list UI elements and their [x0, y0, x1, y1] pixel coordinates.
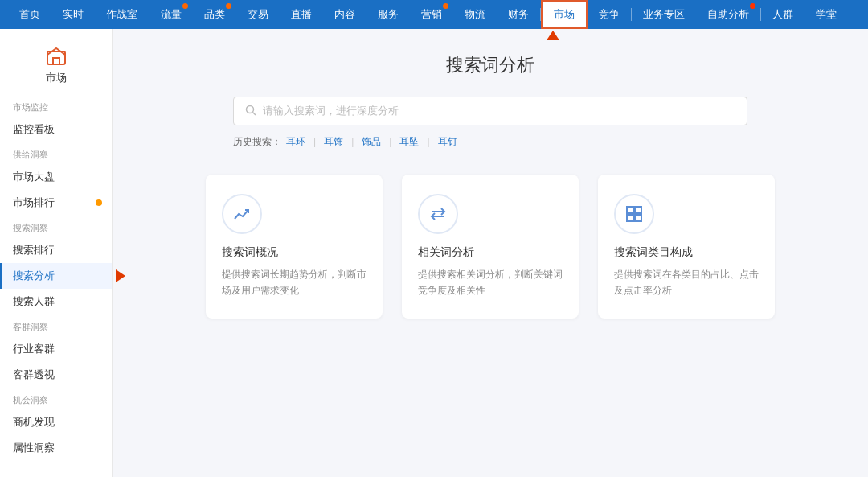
nav-item-academy[interactable]: 学堂 [805, 0, 848, 29]
search-box[interactable]: 请输入搜索词，进行深度分析 [233, 97, 747, 125]
sidebar-section-label: 机会洞察 [0, 388, 112, 409]
nav-item-label: 实时 [63, 7, 84, 22]
nav-item-market[interactable]: 市场 [541, 0, 588, 29]
sidebar-item-市场排行[interactable]: 市场排行 [0, 190, 112, 216]
main-layout: 市场 市场监控监控看板供给洞察市场大盘市场排行搜索洞察搜索排行搜索分析搜索人群客… [0, 29, 868, 477]
sidebar-section-label: 供给洞察 [0, 142, 112, 164]
feature-card-desc: 提供搜索相关词分析，判断关键词竞争度及相关性 [418, 266, 563, 299]
history-tag[interactable]: 耳钉 [438, 136, 457, 147]
nav-item-business[interactable]: 业务专区 [632, 0, 696, 29]
feature-card-desc: 提供搜索词长期趋势分析，判断市场及用户需求变化 [222, 266, 366, 299]
nav-item-analysis[interactable]: 自助分析 [696, 0, 760, 29]
feature-card-title: 相关词分析 [418, 245, 474, 260]
history-tag[interactable]: 耳环 [286, 136, 305, 147]
nav-item-finance[interactable]: 财务 [497, 0, 540, 29]
nav-item-label: 内容 [334, 7, 355, 22]
nav-item-trade[interactable]: 交易 [236, 0, 280, 29]
history-tag[interactable]: 耳坠 [399, 136, 419, 147]
feature-card-title: 搜索词概况 [222, 245, 278, 260]
grid-icon [614, 194, 654, 234]
sidebar-section-label: 搜索洞察 [0, 216, 112, 237]
svg-rect-6 [627, 207, 633, 213]
nav-item-label: 作战室 [106, 7, 137, 22]
nav-item-warroom[interactable]: 作战室 [95, 0, 149, 29]
nav-item-label: 业务专区 [643, 7, 685, 22]
svg-rect-7 [635, 207, 641, 213]
nav-badge [750, 3, 755, 9]
nav-item-realtime[interactable]: 实时 [51, 0, 95, 29]
nav-item-logistics[interactable]: 物流 [453, 0, 497, 29]
history-label: 历史搜索： [233, 135, 281, 149]
sidebar-badge [96, 199, 102, 206]
sidebar-item-属性洞察[interactable]: 属性洞察 [0, 435, 112, 461]
feature-cards: 搜索词概况提供搜索词长期趋势分析，判断市场及用户需求变化相关词分析提供搜索相关词… [145, 175, 836, 319]
history-divider: | [313, 136, 316, 147]
nav-item-label: 竞争 [599, 7, 620, 22]
nav-item-label: 品类 [204, 7, 225, 22]
search-icon [245, 105, 256, 118]
nav-badge [226, 3, 231, 9]
nav-item-label: 自助分析 [707, 7, 749, 22]
trend-icon [222, 194, 262, 234]
nav-item-live[interactable]: 直播 [280, 0, 323, 29]
nav-item-label: 流量 [161, 7, 182, 22]
nav-item-traffic[interactable]: 流量 [149, 0, 193, 29]
nav-item-label: 人群 [772, 7, 793, 22]
feature-card-desc: 提供搜索词在各类目的占比、点击及点击率分析 [614, 266, 759, 299]
nav-item-content[interactable]: 内容 [323, 0, 366, 29]
sidebar-section-label: 客群洞察 [0, 315, 112, 336]
history-tag[interactable]: 耳饰 [324, 136, 343, 147]
sidebar-section-label: 市场监控 [0, 95, 112, 117]
nav-item-home[interactable]: 首页 [8, 0, 51, 29]
nav-badge [443, 3, 448, 9]
sidebar-item-行业客群[interactable]: 行业客群 [0, 336, 112, 362]
exchange-icon [418, 194, 458, 234]
nav-item-service[interactable]: 服务 [366, 0, 410, 29]
svg-rect-3 [53, 58, 59, 64]
nav-item-label: 营销 [421, 7, 442, 22]
sidebar-item-监控看板[interactable]: 监控看板 [0, 117, 112, 142]
nav-item-label: 财务 [508, 7, 529, 22]
nav-item-marketing[interactable]: 营销 [410, 0, 453, 29]
svg-point-4 [247, 105, 254, 113]
sidebar-item-商机发现[interactable]: 商机发现 [0, 409, 112, 435]
nav-item-label: 交易 [248, 7, 268, 22]
svg-rect-9 [635, 215, 641, 221]
svg-line-5 [253, 112, 256, 115]
history-divider: | [389, 136, 391, 147]
nav-badge [182, 3, 188, 9]
history-divider: | [351, 136, 354, 147]
sidebar-item-搜索分析[interactable]: 搜索分析 [0, 263, 112, 289]
sidebar-logo-text: 市场 [46, 71, 67, 85]
page-title: 搜索词分析 [145, 53, 836, 77]
history-row: 历史搜索： 耳环|耳饰|饰品|耳坠|耳钉 [233, 135, 747, 149]
feature-card-title: 搜索词类目构成 [614, 245, 693, 260]
top-navigation: 首页实时作战室流量品类交易直播内容服务营销物流财务市场竞争业务专区自助分析人群学… [0, 0, 868, 29]
nav-item-label: 直播 [291, 7, 312, 22]
feature-card-related[interactable]: 相关词分析提供搜索相关词分析，判断关键词竞争度及相关性 [402, 175, 579, 319]
history-divider: | [427, 136, 429, 147]
sidebar-item-搜索人群[interactable]: 搜索人群 [0, 289, 112, 315]
nav-item-category[interactable]: 品类 [193, 0, 236, 29]
nav-item-label: 服务 [378, 7, 399, 22]
svg-rect-8 [627, 215, 633, 221]
nav-item-compete[interactable]: 竞争 [588, 0, 631, 29]
nav-item-label: 学堂 [816, 7, 837, 22]
history-tag[interactable]: 饰品 [362, 136, 381, 147]
nav-item-crowd[interactable]: 人群 [761, 0, 805, 29]
sidebar-item-搜索排行[interactable]: 搜索排行 [0, 237, 112, 263]
nav-item-label: 市场 [554, 7, 575, 22]
nav-item-label: 物流 [465, 7, 485, 22]
feature-card-category[interactable]: 搜索词类目构成提供搜索词在各类目的占比、点击及点击率分析 [598, 175, 775, 319]
sidebar-logo: 市场 [0, 37, 112, 95]
search-placeholder-text: 请输入搜索词，进行深度分析 [263, 104, 735, 118]
sidebar-item-客群透视[interactable]: 客群透视 [0, 362, 112, 388]
main-content: 搜索词分析 请输入搜索词，进行深度分析 历史搜索： 耳环|耳饰|饰品|耳坠|耳钉… [113, 29, 868, 477]
sidebar: 市场 市场监控监控看板供给洞察市场大盘市场排行搜索洞察搜索排行搜索分析搜索人群客… [0, 29, 113, 477]
sidebar-item-市场大盘[interactable]: 市场大盘 [0, 164, 112, 190]
nav-item-label: 首页 [19, 7, 40, 22]
feature-card-overview[interactable]: 搜索词概况提供搜索词长期趋势分析，判断市场及用户需求变化 [206, 175, 383, 319]
market-icon [43, 43, 69, 69]
